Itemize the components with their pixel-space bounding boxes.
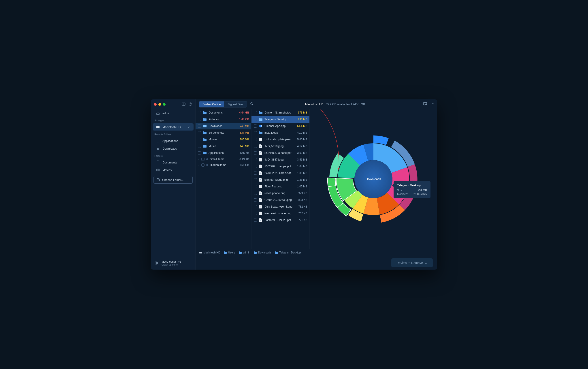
checkbox[interactable] bbox=[254, 151, 257, 154]
list-item[interactable]: ›Small items8.19 KB bbox=[196, 156, 251, 162]
checkbox[interactable] bbox=[254, 158, 257, 161]
footer-subtitle: Clean up more bbox=[161, 263, 181, 266]
sidebar-toggle-icon[interactable] bbox=[182, 102, 186, 107]
list-item[interactable]: reset iphone.png979 KB bbox=[251, 190, 309, 197]
minimize-window-button[interactable] bbox=[159, 103, 161, 106]
breadcrumb-item[interactable]: Macintosh HD bbox=[199, 251, 220, 254]
list-item[interactable]: inaccessi...space.png762 KB bbox=[251, 210, 309, 217]
breadcrumb-item[interactable]: Telegram Desktop bbox=[275, 251, 301, 254]
checkbox[interactable] bbox=[198, 118, 201, 121]
checkbox[interactable] bbox=[254, 192, 257, 195]
list-item[interactable]: Music145 MB bbox=[196, 143, 251, 150]
sidebar-item-documents[interactable]: Documents bbox=[153, 159, 194, 166]
item-name: Telegram Desktop bbox=[264, 118, 293, 121]
item-size: 373 MB bbox=[295, 111, 307, 114]
checkbox[interactable] bbox=[198, 151, 201, 154]
checkbox[interactable] bbox=[198, 111, 201, 114]
list-item[interactable]: sign out icloud.png1.28 MB bbox=[251, 176, 309, 183]
item-name: insta ideas bbox=[264, 131, 293, 134]
list-item[interactable]: IMG_5618.jpeg4.12 MB bbox=[251, 143, 309, 150]
item-name: IMG_5618.jpeg bbox=[264, 145, 293, 148]
list-item[interactable]: Telegram Desktop231 MB bbox=[251, 116, 309, 123]
checkbox[interactable] bbox=[201, 164, 205, 167]
list-item[interactable]: reunión s...a base.pdf3.69 MB bbox=[251, 150, 309, 156]
search-icon[interactable] bbox=[250, 102, 254, 106]
sidebar-item-movies[interactable]: Movies bbox=[153, 166, 194, 174]
folder-icon bbox=[259, 111, 263, 115]
review-to-remove-button[interactable]: Review to Remove ⌄ bbox=[391, 258, 433, 267]
sidebar-footer[interactable]: MacCleaner Pro Clean up more bbox=[151, 256, 195, 270]
list-item[interactable]: IMG_3847.jpeg3.56 MB bbox=[251, 156, 309, 163]
sidebar: admin Storages Macintosh HD ✓ Favorite f… bbox=[151, 99, 196, 270]
checkbox[interactable] bbox=[254, 138, 257, 141]
choose-folder-button[interactable]: Choose Folder... bbox=[153, 176, 193, 184]
list-item[interactable]: Documents4.64 GB bbox=[196, 109, 251, 116]
fullscreen-window-button[interactable] bbox=[163, 103, 166, 106]
sidebar-item-downloads[interactable]: Downloads bbox=[153, 145, 194, 152]
tab-biggest-files[interactable]: Biggest Files bbox=[224, 102, 247, 107]
svg-rect-12 bbox=[260, 139, 261, 139]
checkbox[interactable] bbox=[254, 124, 257, 128]
list-item[interactable]: Screenshots537 MB bbox=[196, 129, 251, 136]
help-icon[interactable]: ? bbox=[432, 102, 434, 106]
checkbox[interactable] bbox=[254, 131, 257, 134]
pie-chart-icon[interactable] bbox=[189, 102, 192, 107]
list-item[interactable]: Daniel - N...rn photos373 MB bbox=[251, 109, 309, 116]
checkbox[interactable] bbox=[198, 145, 201, 148]
list-item[interactable]: Disk Spac...yzer 4.png782 KB bbox=[251, 203, 309, 210]
checkbox[interactable] bbox=[198, 131, 201, 134]
breadcrumb-item[interactable]: Users bbox=[224, 251, 235, 254]
list-item[interactable]: Downloads745 MB bbox=[196, 123, 251, 129]
checkbox[interactable] bbox=[254, 145, 257, 148]
folder-icon bbox=[203, 131, 207, 135]
sidebar-item-label: Downloads bbox=[162, 147, 177, 150]
list-item[interactable]: Group 20...62538.png823 KB bbox=[251, 197, 309, 203]
close-window-button[interactable] bbox=[154, 103, 157, 106]
breadcrumb-item[interactable]: Downloads bbox=[254, 251, 271, 254]
svg-rect-15 bbox=[260, 146, 261, 147]
tab-folders-outline[interactable]: Folders Outline bbox=[199, 102, 224, 107]
checkbox[interactable] bbox=[254, 178, 257, 181]
list-item[interactable]: Floor Plan.vsd1.05 MB bbox=[251, 183, 309, 190]
checkbox[interactable] bbox=[198, 138, 201, 141]
svg-rect-31 bbox=[260, 200, 261, 200]
item-name: Documents bbox=[209, 111, 235, 114]
folder-icon bbox=[203, 137, 207, 142]
list-item[interactable]: Pictures1.48 GB bbox=[196, 116, 251, 123]
folder-icon bbox=[203, 117, 207, 121]
chart-pane: Downloads Telegram Desktop Size:231 MB M… bbox=[310, 109, 437, 249]
checkbox[interactable] bbox=[254, 111, 257, 114]
sidebar-item-applications[interactable]: Applications bbox=[153, 137, 194, 144]
svg-rect-23 bbox=[260, 173, 261, 174]
list-item[interactable]: Uninstall-...plate.pxm5.60 MB bbox=[251, 136, 309, 143]
checkbox[interactable] bbox=[254, 205, 257, 208]
checkbox[interactable] bbox=[254, 198, 257, 202]
checkbox[interactable] bbox=[254, 185, 257, 188]
item-name: Movies bbox=[209, 138, 235, 141]
sidebar-item-label: Applications bbox=[162, 139, 178, 143]
list-item[interactable]: ›Hidden items156 GB bbox=[196, 162, 251, 168]
app-icon bbox=[259, 124, 263, 128]
chevron-right-icon: › bbox=[198, 158, 199, 161]
list-item[interactable]: Pastoral F...24-25.pdf721 KB bbox=[251, 217, 309, 224]
list-item[interactable]: 1302202...r ampa.pdf1.64 MB bbox=[251, 163, 309, 170]
sidebar-user[interactable]: admin bbox=[153, 110, 194, 117]
file-icon bbox=[259, 191, 263, 195]
list-item[interactable]: Movies285 MB bbox=[196, 136, 251, 143]
checkbox[interactable] bbox=[254, 172, 257, 175]
checkbox[interactable] bbox=[254, 212, 257, 215]
checkbox[interactable] bbox=[254, 218, 257, 222]
checkbox[interactable] bbox=[254, 118, 257, 121]
list-item[interactable]: Applications545 KB bbox=[196, 150, 251, 156]
list-item[interactable]: 24.01.202...ildren.pdf1.31 MB bbox=[251, 170, 309, 176]
list-item[interactable]: Cleaner-App.app64.4 MB bbox=[251, 123, 309, 129]
checkbox[interactable] bbox=[254, 165, 257, 168]
svg-rect-5 bbox=[157, 169, 159, 171]
feedback-icon[interactable] bbox=[423, 102, 427, 107]
checkbox[interactable] bbox=[198, 124, 201, 128]
storage-label: Macintosh HD bbox=[162, 125, 181, 129]
checkbox[interactable] bbox=[201, 158, 205, 161]
sidebar-storage-item[interactable]: Macintosh HD ✓ bbox=[153, 123, 194, 131]
breadcrumb-item[interactable]: admin bbox=[239, 251, 250, 254]
list-item[interactable]: insta ideas40.0 MB bbox=[251, 129, 309, 136]
